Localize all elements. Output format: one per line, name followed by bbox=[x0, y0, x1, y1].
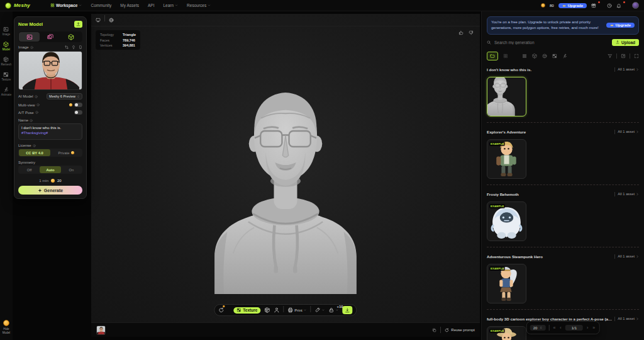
example-badge: EXAMPLE bbox=[489, 329, 505, 333]
generation-cost: 20 bbox=[57, 179, 62, 183]
display-mode-icon[interactable] bbox=[96, 18, 101, 23]
regenerate-icon[interactable] bbox=[218, 307, 224, 313]
tab-multi-image-to-3d[interactable] bbox=[40, 32, 60, 42]
asset-thumbnail-steampunk[interactable]: EXAMPLE bbox=[487, 264, 526, 303]
asset-thumbnail-hatboy[interactable]: EXAMPLE bbox=[487, 326, 526, 340]
license-private-option[interactable]: Private bbox=[50, 149, 82, 156]
at-pose-toggle[interactable] bbox=[74, 110, 82, 115]
asset-thumbnail-bust[interactable] bbox=[487, 77, 526, 116]
gift-icon[interactable] bbox=[591, 3, 596, 8]
rail-item-model[interactable]: Model bbox=[3, 42, 10, 51]
fullscreen-icon[interactable] bbox=[634, 54, 639, 59]
crop-icon[interactable] bbox=[65, 45, 69, 49]
banner-upgrade-button[interactable]: Upgrade bbox=[606, 23, 635, 28]
rail-item-texture[interactable]: Texture bbox=[2, 72, 11, 81]
user-avatar[interactable] bbox=[632, 2, 639, 9]
3d-viewport[interactable]: Topology Triangle Faces 789,746 Vertices… bbox=[91, 14, 480, 322]
tab-text-to-3d[interactable] bbox=[61, 32, 82, 42]
open-in-frame-icon[interactable] bbox=[621, 54, 626, 59]
device-icon[interactable] bbox=[79, 45, 82, 49]
viewport-topbar bbox=[91, 14, 480, 26]
thumbs-down-icon[interactable] bbox=[469, 30, 474, 35]
nav-community[interactable]: Community bbox=[91, 3, 111, 8]
symmetry-on-option[interactable]: On bbox=[61, 166, 82, 173]
download-button[interactable] bbox=[343, 306, 353, 314]
all-assets-link[interactable]: All 1 asset bbox=[618, 130, 639, 133]
grid-view-icon[interactable] bbox=[503, 54, 508, 59]
all-assets-link[interactable]: All 1 asset bbox=[618, 317, 639, 320]
filter-texture-icon[interactable] bbox=[552, 54, 557, 59]
search-input[interactable] bbox=[494, 40, 609, 45]
asset-section-title[interactable]: full-body 3D cartoon explorer boy charac… bbox=[487, 317, 612, 321]
nav-workspace[interactable]: Workspace bbox=[50, 3, 82, 8]
privacy-menu-button[interactable]: +10 bbox=[329, 307, 339, 313]
sort-funnel-icon[interactable] bbox=[608, 54, 613, 59]
generated-bust-model[interactable] bbox=[192, 52, 379, 303]
chevron-down-icon bbox=[175, 4, 178, 7]
tab-image-to-3d[interactable] bbox=[19, 32, 40, 42]
symmetry-off-option[interactable]: Off bbox=[19, 166, 40, 173]
name-input[interactable]: I don't know who this is. #Thanksgiving# bbox=[18, 123, 82, 140]
remesh-tool-icon[interactable] bbox=[264, 307, 270, 313]
thumbs-up-icon[interactable] bbox=[458, 30, 464, 35]
hide-model-control[interactable]: Hide Model bbox=[0, 320, 13, 335]
ai-model-select[interactable]: Meshy 6 Preview bbox=[47, 93, 82, 99]
symmetry-auto-option[interactable]: Auto bbox=[40, 166, 60, 173]
generate-button[interactable]: Generate bbox=[18, 186, 82, 195]
nav-learn[interactable]: Learn bbox=[163, 3, 178, 8]
example-badge: EXAMPLE bbox=[489, 266, 505, 271]
meshy-logo[interactable]: Meshy bbox=[5, 3, 30, 9]
texture-button[interactable]: Texture bbox=[233, 307, 260, 314]
filter-face-icon[interactable] bbox=[542, 54, 547, 59]
rail-item-image[interactable]: Image bbox=[3, 26, 11, 36]
last-page-button[interactable]: » bbox=[592, 326, 596, 330]
panel-upload-button[interactable] bbox=[74, 21, 82, 28]
asset-thumbnail-explorer[interactable]: EXAMPLE bbox=[487, 139, 526, 179]
upload-asset-button[interactable]: Upload bbox=[612, 39, 639, 46]
all-assets-link[interactable]: All 1 asset bbox=[618, 67, 639, 71]
idea-bulb-icon[interactable] bbox=[72, 45, 75, 49]
free-plan-banner: You're on a free plan. Upgrade to unlock… bbox=[487, 16, 639, 35]
prev-page-button[interactable]: ‹ bbox=[559, 326, 562, 330]
asset-section-title[interactable]: Explorer's Adventure bbox=[487, 130, 612, 134]
filter-folder-button[interactable] bbox=[487, 52, 498, 60]
texture-checker-icon bbox=[3, 72, 9, 77]
at-pose-label: A/T Pose bbox=[18, 111, 34, 115]
history-clock-icon[interactable] bbox=[607, 3, 612, 8]
filter-model-icon[interactable] bbox=[532, 54, 537, 59]
rail-item-animate[interactable]: Animate bbox=[1, 87, 12, 96]
asset-thumbnail-yeti[interactable]: EXAMPLE bbox=[487, 201, 526, 241]
all-assets-link[interactable]: All 1 asset bbox=[618, 192, 639, 196]
print-menu-button[interactable]: Print bbox=[287, 307, 306, 313]
next-page-button[interactable]: › bbox=[586, 326, 589, 330]
nav-my-assets[interactable]: My Assets bbox=[120, 3, 139, 8]
input-image-preview[interactable] bbox=[18, 51, 82, 90]
nav-resources[interactable]: Resources bbox=[187, 3, 211, 8]
bell-icon[interactable] bbox=[616, 3, 621, 8]
meshy-logo-icon bbox=[5, 3, 11, 9]
rig-person-icon[interactable] bbox=[274, 307, 279, 313]
reuse-prompt-button[interactable]: Reuse prompt bbox=[445, 328, 475, 332]
asset-section-title[interactable]: I don't know who this is. bbox=[487, 67, 612, 72]
asset-section: Adventurous Steampunk Hero All 1 asset E… bbox=[487, 253, 639, 310]
top-navbar: Meshy Workspace Community My Assets API … bbox=[0, 0, 644, 11]
per-page-select[interactable]: 20 bbox=[530, 325, 546, 331]
filter-all-icon[interactable] bbox=[522, 54, 527, 59]
spark-icon bbox=[38, 188, 42, 193]
copy-icon[interactable] bbox=[432, 328, 436, 332]
input-image-thumbnail[interactable] bbox=[96, 326, 106, 335]
upgrade-button[interactable]: Upgrade bbox=[558, 3, 587, 8]
rail-item-remesh[interactable]: Remesh bbox=[1, 57, 12, 66]
environment-globe-icon[interactable] bbox=[109, 18, 114, 23]
page-indicator: 1/1 bbox=[565, 325, 583, 331]
all-assets-link[interactable]: All 1 asset bbox=[618, 254, 639, 258]
filter-animate-icon[interactable] bbox=[562, 54, 567, 59]
multi-view-toggle[interactable] bbox=[74, 103, 82, 107]
nav-api[interactable]: API bbox=[148, 3, 154, 8]
asset-section-title[interactable]: Frosty Behemoth bbox=[487, 192, 612, 196]
left-tool-rail: Image Model Remesh Texture Animate Hide … bbox=[0, 11, 13, 340]
paint-menu-button[interactable] bbox=[315, 307, 325, 313]
license-cc-by-option[interactable]: CC BY 4.0 bbox=[19, 149, 50, 156]
first-page-button[interactable]: « bbox=[552, 326, 556, 330]
asset-section-title[interactable]: Adventurous Steampunk Hero bbox=[487, 254, 612, 259]
